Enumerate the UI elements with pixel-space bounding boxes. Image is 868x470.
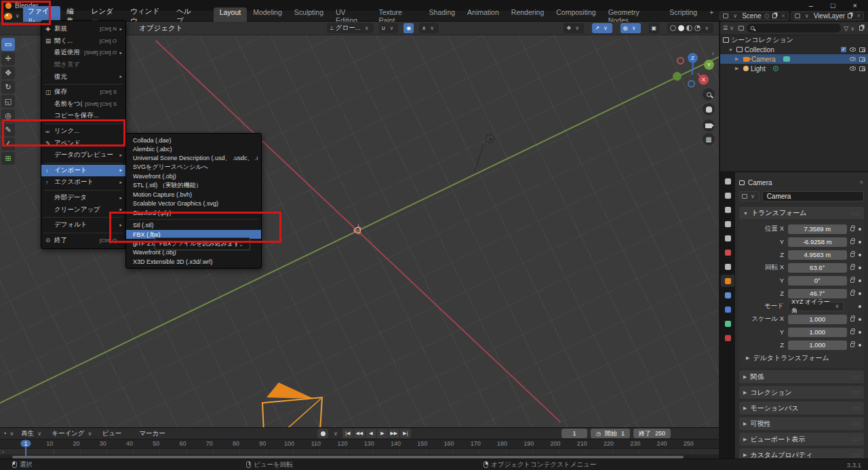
delta-transform-subpanel[interactable]: ▶ デルタトランスフォーム (739, 352, 861, 364)
lock-icon[interactable] (850, 279, 855, 283)
import-menu-item[interactable]: Collada (.dae) (126, 136, 261, 144)
collection-checkbox[interactable]: ✓ (841, 47, 846, 52)
scrollbar-thumb[interactable] (12, 456, 684, 458)
collapsed-section[interactable]: ▶ 可視性 :::: (739, 417, 864, 430)
import-menu-item[interactable]: Stl (.stl) (126, 221, 261, 230)
collapsed-section[interactable]: ▶ コレクション :::: (739, 386, 864, 399)
prev-keyframe-button[interactable]: ◀◀ (354, 429, 365, 438)
display-mode-icon[interactable]: ☰∨ (723, 25, 736, 31)
render-toggle-icon[interactable] (859, 47, 865, 52)
playhead-badge[interactable]: 1 (20, 440, 31, 447)
file-menu-item[interactable]: データのプレビュー ▸ (41, 149, 125, 161)
solid-shading-icon[interactable] (678, 25, 684, 31)
outliner-row-scene-collection[interactable]: シーンコレクション (720, 35, 868, 45)
object-data-tab[interactable] (721, 317, 734, 330)
expand-caret-icon[interactable]: ▶ (735, 56, 741, 62)
render-toggle-icon[interactable] (859, 66, 865, 71)
proportional-edit-toggle[interactable]: ◉ (403, 23, 414, 33)
new-scene-icon[interactable] (772, 14, 776, 18)
lock-icon[interactable] (850, 292, 855, 296)
end-frame-field[interactable]: 終了 250 (633, 429, 671, 438)
hide-eye-icon[interactable] (850, 47, 856, 52)
expand-caret-icon[interactable]: ▼ (728, 47, 734, 52)
rotate-tool[interactable]: ↻ (1, 81, 15, 94)
new-collection-icon[interactable] (859, 26, 863, 31)
import-menu-item[interactable]: Universal Scene Description (.usd、 .usdc… (126, 154, 261, 163)
auto-keying-button[interactable] (317, 429, 328, 438)
pin-icon[interactable]: ✧ (859, 179, 864, 186)
light-object[interactable] (486, 134, 494, 143)
file-menu-item[interactable]: ↓ インポート ▸ (41, 165, 125, 177)
drag-dots-icon[interactable]: :::: (851, 389, 860, 395)
keyframe-dot-icon[interactable] (859, 331, 861, 334)
texture-tab[interactable] (721, 332, 734, 344)
keyframe-dot-icon[interactable] (859, 305, 861, 308)
file-menu-item[interactable]: コピーを保存... ▸ (41, 110, 125, 122)
hide-eye-icon[interactable] (850, 66, 856, 71)
new-viewlayer-icon[interactable] (848, 14, 852, 18)
camera-object[interactable] (254, 373, 336, 427)
viewlayer-selector[interactable]: ∨ ViewLayer × (791, 12, 864, 20)
transform-section-header[interactable]: ▼ トランスフォーム :::: (739, 207, 864, 219)
render-toggle-icon[interactable] (859, 57, 865, 62)
import-menu-item[interactable]: SVGをグリースペンシルへ (126, 163, 261, 172)
value-slider[interactable]: 4.9583 m (788, 250, 847, 260)
value-slider[interactable]: 0° (788, 276, 847, 286)
transform-tool[interactable]: ◎ (1, 109, 15, 122)
lock-icon[interactable] (850, 253, 855, 257)
outliner-row-camera[interactable]: ▶ Camera (720, 54, 868, 64)
outliner-row-collection[interactable]: ▼ Collection ✓ (720, 45, 868, 54)
object-tab[interactable] (721, 275, 734, 287)
cursor-tool[interactable]: ✛ (1, 52, 15, 65)
camera-view-button[interactable] (703, 119, 715, 132)
collection-tab[interactable] (721, 260, 734, 273)
pan-view-button[interactable] (703, 103, 715, 115)
restore-button[interactable]: □ (831, 1, 835, 9)
gizmo-x-axis[interactable]: X (698, 75, 709, 85)
close-button[interactable]: × (853, 1, 857, 9)
perspective-toggle-button[interactable]: ▦ (703, 133, 715, 145)
scale-tool[interactable]: ◱ (1, 95, 15, 108)
play-button[interactable]: ▶ (377, 429, 388, 438)
value-slider[interactable]: 1.000 (788, 340, 847, 350)
filter-icon[interactable]: ▽∨ (844, 25, 856, 32)
import-menu-item[interactable]: Scalable Vector Graphics (.svg) (126, 199, 261, 208)
object-type-dropdown[interactable]: ∨ (739, 191, 760, 201)
lock-icon[interactable] (850, 317, 855, 321)
import-menu-item[interactable]: Alembic (.abc) (126, 144, 261, 153)
timeline-menu[interactable]: キーイング ∨ (52, 429, 94, 438)
file-menu-item[interactable]: ✚ 新規 [Ctrl] N ▸ (41, 23, 125, 35)
timeline-menu[interactable]: マーカー ∨ (139, 429, 174, 438)
lock-icon[interactable] (850, 343, 855, 347)
file-menu-item[interactable]: クリーンアップ ▸ (41, 203, 125, 216)
material-preview-icon[interactable] (686, 25, 692, 31)
file-menu-item[interactable]: ↑ エクスポート ▸ (41, 176, 125, 189)
file-menu-item[interactable]: デフォルト ▸ (41, 219, 125, 231)
value-slider[interactable]: 1.000 (788, 328, 847, 337)
file-menu-item[interactable]: 復元 ▸ (41, 71, 125, 83)
file-menu-item[interactable]: ⊙ 終了 [Ctrl] Q ▸ (41, 235, 125, 247)
move-tool[interactable]: ✥ (1, 66, 15, 79)
jump-end-button[interactable]: ▶| (400, 429, 411, 438)
wireframe-shading-icon[interactable] (670, 25, 676, 31)
value-slider[interactable]: -6.9258 m (788, 237, 847, 247)
rendered-shading-icon[interactable] (694, 25, 701, 31)
shading-mode-group[interactable]: ∨ (667, 23, 713, 33)
file-menu-item[interactable]: ▤ 開く... [Ctrl] O ▸ (41, 35, 125, 47)
lock-icon[interactable] (850, 240, 855, 244)
keyframe-dot-icon[interactable] (859, 254, 861, 256)
keyframe-dot-icon[interactable] (859, 241, 861, 243)
lock-icon[interactable] (850, 266, 855, 270)
play-reverse-button[interactable]: ◀ (366, 429, 376, 438)
collapsed-section[interactable]: ▶ ビューポート表示 :::: (739, 433, 864, 446)
region-collapse-arrow[interactable]: ‹ (712, 50, 714, 57)
value-slider[interactable]: 7.3589 m (788, 224, 847, 234)
keyframe-dot-icon[interactable] (859, 279, 861, 282)
import-menu-item[interactable]: STL (.stl) （実験的機能） (126, 181, 261, 190)
lock-icon[interactable] (850, 227, 855, 231)
constraints-tab[interactable] (721, 289, 734, 301)
drag-dots-icon[interactable]: :::: (851, 374, 860, 380)
pin-icon[interactable]: ⊙ (764, 12, 770, 20)
file-menu-item[interactable]: 外部データ ▸ (41, 192, 125, 204)
keyframe-dot-icon[interactable] (859, 318, 861, 321)
